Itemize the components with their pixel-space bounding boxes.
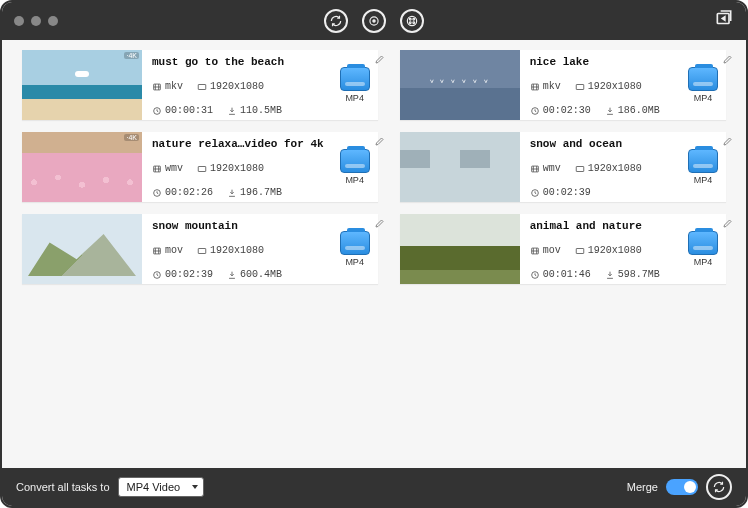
video-title: nature relaxa…video for 4k [152, 138, 324, 150]
output-format[interactable]: MP4 [680, 132, 726, 202]
file-size: 196.7MB [227, 187, 282, 198]
svg-point-3 [409, 18, 411, 20]
format-card-icon [340, 231, 370, 255]
video-title: snow mountain [152, 220, 324, 232]
format-label: MP4 [694, 257, 713, 267]
video-grid: ·4Kmust go to the beachmkv1920x108000:00… [2, 40, 746, 468]
format-label: MP4 [694, 93, 713, 103]
merge-toggle[interactable] [666, 479, 698, 495]
video-meta: nature relaxa…video for 4kwmv1920x108000… [142, 132, 332, 202]
file-size: 186.0MB [605, 105, 660, 116]
video-thumbnail[interactable] [400, 50, 520, 120]
title-bar [2, 2, 746, 40]
edit-icon[interactable] [722, 52, 734, 70]
duration: 00:02:39 [152, 269, 213, 280]
svg-rect-18 [576, 166, 584, 171]
resolution: 1920x1080 [197, 163, 264, 174]
edit-icon[interactable] [374, 216, 386, 234]
output-format[interactable]: MP4 [680, 50, 726, 120]
edit-icon[interactable] [722, 134, 734, 152]
svg-rect-24 [576, 248, 584, 253]
format-card-icon [688, 149, 718, 173]
video-thumbnail[interactable] [22, 214, 142, 284]
merge-label: Merge [627, 481, 658, 493]
format-label: MP4 [345, 93, 364, 103]
output-format[interactable]: MP4 [680, 214, 726, 284]
resolution: 1920x1080 [575, 245, 642, 256]
resolution: 1920x1080 [575, 163, 642, 174]
video-thumbnail[interactable]: ·4K [22, 132, 142, 202]
file-size: 110.5MB [227, 105, 282, 116]
video-title: snow and ocean [530, 138, 672, 150]
svg-point-6 [413, 22, 415, 24]
edit-icon[interactable] [722, 216, 734, 234]
container-format: wmv [152, 163, 183, 174]
maximize-dot[interactable] [48, 16, 58, 26]
edit-icon[interactable] [374, 52, 386, 70]
svg-rect-9 [198, 84, 206, 89]
video-meta: snow and oceanwmv1920x108000:02:39 [520, 132, 680, 202]
close-dot[interactable] [14, 16, 24, 26]
minimize-dot[interactable] [31, 16, 41, 26]
video-card[interactable]: ·4Kmust go to the beachmkv1920x108000:00… [22, 50, 378, 120]
media-tab-icon[interactable] [400, 9, 424, 33]
video-meta: snow mountainmov1920x108000:02:39600.4MB [142, 214, 332, 284]
file-size: 600.4MB [227, 269, 282, 280]
video-thumbnail[interactable]: ·4K [22, 50, 142, 120]
output-format-select[interactable]: MP4 Video [118, 477, 204, 497]
convert-tab-icon[interactable] [324, 9, 348, 33]
duration: 00:01:46 [530, 269, 591, 280]
badge-4k: ·4K [124, 52, 139, 59]
svg-point-5 [409, 22, 411, 24]
start-convert-button[interactable] [706, 474, 732, 500]
window-controls[interactable] [14, 16, 58, 26]
output-format[interactable]: MP4 [332, 214, 378, 284]
container-format: mov [530, 245, 561, 256]
bottom-bar: Convert all tasks to MP4 Video Merge [2, 468, 746, 506]
video-thumbnail[interactable] [400, 214, 520, 284]
edit-icon[interactable] [374, 134, 386, 152]
duration: 00:02:26 [152, 187, 213, 198]
output-format[interactable]: MP4 [332, 132, 378, 202]
container-format: mkv [152, 81, 183, 92]
format-card-icon [340, 67, 370, 91]
format-label: MP4 [694, 175, 713, 185]
duration: 00:02:39 [530, 187, 591, 198]
duration: 00:02:30 [530, 105, 591, 116]
container-format: mkv [530, 81, 561, 92]
video-card[interactable]: ·4Knature relaxa…video for 4kwmv1920x108… [22, 132, 378, 202]
convert-all-label: Convert all tasks to [16, 481, 110, 493]
output-format[interactable]: MP4 [332, 50, 378, 120]
resolution: 1920x1080 [197, 245, 264, 256]
video-meta: nice lakemkv1920x108000:02:30186.0MB [520, 50, 680, 120]
video-title: must go to the beach [152, 56, 324, 68]
svg-rect-12 [576, 84, 584, 89]
video-card[interactable]: snow and oceanwmv1920x108000:02:39MP4 [400, 132, 726, 202]
resolution: 1920x1080 [197, 81, 264, 92]
container-format: mov [152, 245, 183, 256]
format-card-icon [688, 67, 718, 91]
download-tab-icon[interactable] [362, 9, 386, 33]
video-title: nice lake [530, 56, 672, 68]
format-card-icon [340, 149, 370, 173]
file-size: 598.7MB [605, 269, 660, 280]
video-meta: animal and naturemov1920x108000:01:46598… [520, 214, 680, 284]
app-window: ·4Kmust go to the beachmkv1920x108000:00… [0, 0, 748, 508]
svg-rect-15 [198, 166, 206, 171]
format-label: MP4 [345, 175, 364, 185]
svg-point-4 [413, 18, 415, 20]
format-card-icon [688, 231, 718, 255]
video-thumbnail[interactable] [400, 132, 520, 202]
format-label: MP4 [345, 257, 364, 267]
video-card[interactable]: nice lakemkv1920x108000:02:30186.0MBMP4 [400, 50, 726, 120]
video-title: animal and nature [530, 220, 672, 232]
container-format: wmv [530, 163, 561, 174]
video-meta: must go to the beachmkv1920x108000:00:31… [142, 50, 332, 120]
svg-point-2 [407, 16, 416, 25]
duration: 00:00:31 [152, 105, 213, 116]
library-icon[interactable] [714, 9, 734, 34]
svg-point-1 [373, 20, 375, 22]
video-card[interactable]: snow mountainmov1920x108000:02:39600.4MB… [22, 214, 378, 284]
svg-rect-21 [198, 248, 206, 253]
video-card[interactable]: animal and naturemov1920x108000:01:46598… [400, 214, 726, 284]
